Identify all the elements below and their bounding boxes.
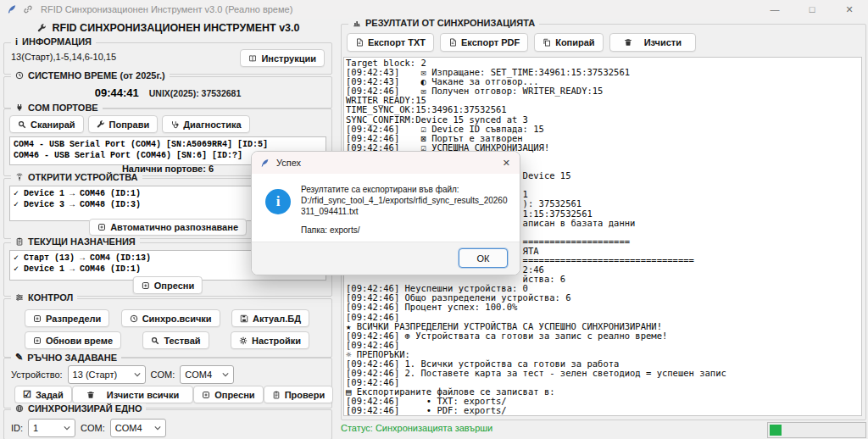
trash-icon [624, 38, 632, 47]
app-window: RFID Синхронизационен Инструмент v3.0 (Р… [0, 0, 868, 439]
chart-icon [353, 19, 361, 27]
copy-icon [542, 38, 551, 47]
plug-icon [15, 103, 24, 112]
com-select[interactable]: COM4 [180, 365, 234, 384]
section-control-label: КОНТРОЛ [11, 292, 77, 303]
progress-fill [770, 425, 782, 436]
refresh-assignments-button[interactable]: Опресни [133, 276, 203, 294]
system-time-value: 09:44:41 [95, 86, 139, 99]
clipboard-icon [15, 237, 24, 246]
section-current-assignments-label: ТЕКУЩИ НАЗНАЧЕНИЯ [11, 236, 140, 247]
verify-button[interactable]: Провери [264, 386, 334, 403]
scan-button[interactable]: Сканирай [9, 115, 84, 133]
info-circle-icon: i [265, 189, 291, 214]
section-results-label: РЕЗУЛТАТИ ОТ СИНХРОНИЗАЦИЯТА [348, 18, 539, 28]
export-txt-button[interactable]: Експорт TXT [347, 33, 434, 52]
time-row: 09:44:41 UNIX(2025): 37532681 [4, 86, 331, 99]
app-header: RFID СИНХРОНИЗАЦИОНЕН ИНСТРУМЕНТ v3.0 [0, 22, 337, 34]
section-sync-one: СИНХРОНИЗИРАЙ ЕДНО ID: 1 COM: COM4 [3, 409, 332, 439]
maximize-button[interactable]: □ [793, 0, 831, 19]
info-icon: i [15, 36, 18, 47]
wrench-icon [37, 24, 47, 33]
section-discovered-devices-label: ОТКРИТИ УСТРОЙСТВА [11, 172, 142, 182]
clipboard-icon [272, 391, 281, 399]
sliders-icon [15, 293, 24, 302]
update-db-button[interactable]: Актуал.БД [231, 309, 309, 327]
auto-recognize-button[interactable]: Автоматично разпознаване [89, 219, 247, 236]
document-icon [448, 38, 457, 47]
device-range-text: 13(Старт),1-5,14,6-10,15 [11, 52, 116, 62]
control-row-2: Обнови време Тествай Настройки [4, 331, 331, 349]
results-buttons: Експорт TXT Експорт PDF Копирай Изчисти [347, 33, 696, 52]
control-row-1: Разпредели Синхро.всички Актуал.БД [4, 309, 331, 327]
export-pdf-button[interactable]: Експорт PDF [440, 33, 528, 52]
status-text: Статус: Синхронизацията завърши [341, 423, 492, 433]
section-manual-set: ✎ РЪЧНО ЗАДАВАНЕ Устройство: 13 (Старт) … [3, 358, 332, 408]
com-ports-buttons: Сканирай Поправи Диагностика [9, 115, 250, 133]
fix-button[interactable]: Поправи [88, 115, 159, 133]
id-select[interactable]: 1 [28, 419, 75, 437]
floppy-icon [240, 314, 248, 323]
refresh-time-button[interactable]: Обнови време [25, 331, 121, 349]
dialog-title: Успех [276, 158, 301, 168]
gear-icon [239, 336, 248, 345]
clear-all-button[interactable]: Изчисти всички [72, 386, 193, 403]
unix-time-value: UNIX(2025): 37532681 [149, 88, 242, 98]
com-select-label: COM: [151, 370, 175, 380]
copy-button[interactable]: Копирай [534, 33, 603, 52]
test-button[interactable]: Тествай [142, 331, 209, 349]
manual-buttons-row: ☑ Задай Изчисти всички Опресни Провери [4, 386, 331, 403]
sync-one-com-select[interactable]: COM4 [110, 419, 166, 437]
clock-icon [130, 314, 138, 323]
window-controls: — □ ✕ [756, 0, 868, 19]
ok-button[interactable]: ОК [459, 248, 508, 268]
dialog-message-intro: Резултатите са експортирани във файл: [301, 184, 509, 195]
chevron-down-icon [154, 425, 161, 431]
section-control: КОНТРОЛ Разпредели Синхро.всички Актуал.… [3, 298, 332, 358]
device-select[interactable]: 13 (Старт) [68, 365, 146, 384]
box-glyph-icon [142, 281, 150, 290]
dialog-close-icon[interactable]: ✕ [503, 152, 510, 174]
app-feather-icon [7, 4, 17, 14]
box-glyph-icon [97, 223, 106, 231]
close-button[interactable]: ✕ [831, 0, 868, 19]
chevron-down-icon [134, 372, 141, 377]
device-select-label: Устройство: [11, 370, 63, 380]
instructions-button[interactable]: Инструкции [240, 49, 325, 67]
globe-icon [15, 404, 24, 413]
app-feather-icon [260, 158, 270, 168]
refresh-button[interactable]: Опресни [193, 386, 263, 403]
app-header-title: RFID СИНХРОНИЗАЦИОНЕН ИНСТРУМЕНТ v3.0 [52, 22, 299, 34]
checkbox-icon: ☑ [23, 389, 31, 400]
log-line: [09:42:46] • PDF: exports/ [346, 406, 860, 415]
window-title: RFID Синхронизационен Инструмент v3.0 (Р… [41, 4, 292, 14]
log-line: [09:42:46] [346, 313, 860, 322]
section-info-label: i ИНФОРМАЦИЯ [11, 36, 96, 47]
magnifier-icon [18, 120, 26, 129]
progress-bar [767, 422, 866, 438]
distribute-button[interactable]: Разпредели [25, 309, 109, 327]
section-manual-set-label: ✎ РЪЧНО ЗАДАВАНЕ [11, 352, 121, 363]
section-sync-one-label: СИНХРОНИЗИРАЙ ЕДНО [11, 403, 146, 414]
book-icon [248, 54, 257, 63]
document-icon [355, 38, 364, 47]
sync-all-button[interactable]: Синхро.всички [121, 309, 220, 327]
trash-icon [86, 391, 95, 399]
log-line: [09:42:46] [346, 341, 860, 350]
log-line: [09:42:46] 2. Поставете карта за тест - … [346, 369, 860, 378]
diagnostics-button[interactable]: Диагностика [162, 115, 249, 133]
set-button[interactable]: ☑ Задай [14, 386, 72, 403]
log-line: [09:42:46] Процент успех: 100.0% [346, 303, 860, 312]
settings-button[interactable]: Настройки [231, 331, 309, 349]
id-select-label: ID: [11, 423, 23, 433]
chevron-down-icon [222, 372, 229, 377]
window-titlebar: RFID Синхронизационен Инструмент v3.0 (Р… [0, 0, 868, 19]
success-dialog: Успех ✕ i Резултатите са експортирани въ… [251, 151, 520, 275]
app-link-icon [23, 4, 33, 14]
box-glyph-icon [202, 391, 210, 399]
antenna-icon [15, 173, 24, 181]
clear-log-button[interactable]: Изчисти [609, 33, 696, 52]
list-item[interactable]: COM4 - USB Serial Port (COM4) [SN:A5069R… [14, 139, 322, 150]
log-line: SYNC_CONFIRM:Device 15 synced at 3 [346, 115, 860, 125]
minimize-button[interactable]: — [756, 0, 793, 19]
